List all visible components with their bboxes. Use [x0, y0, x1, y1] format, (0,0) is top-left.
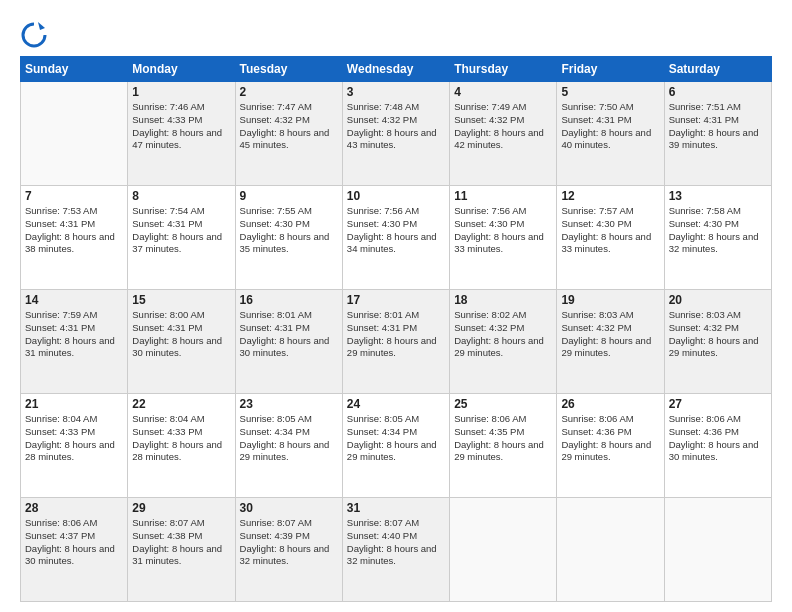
cell-content: Sunrise: 8:05 AM Sunset: 4:34 PM Dayligh…: [240, 413, 338, 464]
day-number: 23: [240, 397, 338, 411]
calendar-cell: 6Sunrise: 7:51 AM Sunset: 4:31 PM Daylig…: [664, 82, 771, 186]
calendar-cell: 14Sunrise: 7:59 AM Sunset: 4:31 PM Dayli…: [21, 290, 128, 394]
day-number: 5: [561, 85, 659, 99]
calendar-week-row: 28Sunrise: 8:06 AM Sunset: 4:37 PM Dayli…: [21, 498, 772, 602]
calendar-cell: 3Sunrise: 7:48 AM Sunset: 4:32 PM Daylig…: [342, 82, 449, 186]
cell-content: Sunrise: 8:06 AM Sunset: 4:36 PM Dayligh…: [561, 413, 659, 464]
cell-content: Sunrise: 7:56 AM Sunset: 4:30 PM Dayligh…: [347, 205, 445, 256]
cell-content: Sunrise: 8:01 AM Sunset: 4:31 PM Dayligh…: [240, 309, 338, 360]
cell-content: Sunrise: 7:54 AM Sunset: 4:31 PM Dayligh…: [132, 205, 230, 256]
day-number: 16: [240, 293, 338, 307]
cell-content: Sunrise: 8:04 AM Sunset: 4:33 PM Dayligh…: [132, 413, 230, 464]
cell-content: Sunrise: 8:04 AM Sunset: 4:33 PM Dayligh…: [25, 413, 123, 464]
cell-content: Sunrise: 8:01 AM Sunset: 4:31 PM Dayligh…: [347, 309, 445, 360]
weekday-header-wednesday: Wednesday: [342, 57, 449, 82]
cell-content: Sunrise: 8:03 AM Sunset: 4:32 PM Dayligh…: [669, 309, 767, 360]
weekday-header-row: SundayMondayTuesdayWednesdayThursdayFrid…: [21, 57, 772, 82]
calendar-cell: 9Sunrise: 7:55 AM Sunset: 4:30 PM Daylig…: [235, 186, 342, 290]
calendar-cell: 31Sunrise: 8:07 AM Sunset: 4:40 PM Dayli…: [342, 498, 449, 602]
day-number: 13: [669, 189, 767, 203]
day-number: 28: [25, 501, 123, 515]
day-number: 22: [132, 397, 230, 411]
cell-content: Sunrise: 8:07 AM Sunset: 4:40 PM Dayligh…: [347, 517, 445, 568]
day-number: 15: [132, 293, 230, 307]
calendar-week-row: 21Sunrise: 8:04 AM Sunset: 4:33 PM Dayli…: [21, 394, 772, 498]
calendar-cell: 11Sunrise: 7:56 AM Sunset: 4:30 PM Dayli…: [450, 186, 557, 290]
cell-content: Sunrise: 8:05 AM Sunset: 4:34 PM Dayligh…: [347, 413, 445, 464]
day-number: 10: [347, 189, 445, 203]
day-number: 29: [132, 501, 230, 515]
calendar-table: SundayMondayTuesdayWednesdayThursdayFrid…: [20, 56, 772, 602]
cell-content: Sunrise: 7:58 AM Sunset: 4:30 PM Dayligh…: [669, 205, 767, 256]
weekday-header-tuesday: Tuesday: [235, 57, 342, 82]
weekday-header-thursday: Thursday: [450, 57, 557, 82]
weekday-header-sunday: Sunday: [21, 57, 128, 82]
calendar-cell: 22Sunrise: 8:04 AM Sunset: 4:33 PM Dayli…: [128, 394, 235, 498]
day-number: 14: [25, 293, 123, 307]
logo: [20, 20, 52, 48]
cell-content: Sunrise: 7:59 AM Sunset: 4:31 PM Dayligh…: [25, 309, 123, 360]
cell-content: Sunrise: 8:03 AM Sunset: 4:32 PM Dayligh…: [561, 309, 659, 360]
header: [20, 16, 772, 48]
calendar-cell: [450, 498, 557, 602]
cell-content: Sunrise: 7:53 AM Sunset: 4:31 PM Dayligh…: [25, 205, 123, 256]
calendar-cell: 20Sunrise: 8:03 AM Sunset: 4:32 PM Dayli…: [664, 290, 771, 394]
cell-content: Sunrise: 7:55 AM Sunset: 4:30 PM Dayligh…: [240, 205, 338, 256]
day-number: 17: [347, 293, 445, 307]
day-number: 27: [669, 397, 767, 411]
cell-content: Sunrise: 8:07 AM Sunset: 4:38 PM Dayligh…: [132, 517, 230, 568]
cell-content: Sunrise: 8:02 AM Sunset: 4:32 PM Dayligh…: [454, 309, 552, 360]
day-number: 30: [240, 501, 338, 515]
day-number: 4: [454, 85, 552, 99]
day-number: 20: [669, 293, 767, 307]
calendar-cell: 24Sunrise: 8:05 AM Sunset: 4:34 PM Dayli…: [342, 394, 449, 498]
logo-icon: [20, 20, 48, 48]
calendar-cell: 25Sunrise: 8:06 AM Sunset: 4:35 PM Dayli…: [450, 394, 557, 498]
calendar-cell: 21Sunrise: 8:04 AM Sunset: 4:33 PM Dayli…: [21, 394, 128, 498]
calendar-cell: 13Sunrise: 7:58 AM Sunset: 4:30 PM Dayli…: [664, 186, 771, 290]
calendar-cell: 5Sunrise: 7:50 AM Sunset: 4:31 PM Daylig…: [557, 82, 664, 186]
page: SundayMondayTuesdayWednesdayThursdayFrid…: [0, 0, 792, 612]
cell-content: Sunrise: 7:49 AM Sunset: 4:32 PM Dayligh…: [454, 101, 552, 152]
day-number: 1: [132, 85, 230, 99]
calendar-cell: 30Sunrise: 8:07 AM Sunset: 4:39 PM Dayli…: [235, 498, 342, 602]
cell-content: Sunrise: 8:06 AM Sunset: 4:37 PM Dayligh…: [25, 517, 123, 568]
day-number: 11: [454, 189, 552, 203]
day-number: 8: [132, 189, 230, 203]
cell-content: Sunrise: 8:06 AM Sunset: 4:36 PM Dayligh…: [669, 413, 767, 464]
cell-content: Sunrise: 7:57 AM Sunset: 4:30 PM Dayligh…: [561, 205, 659, 256]
cell-content: Sunrise: 7:56 AM Sunset: 4:30 PM Dayligh…: [454, 205, 552, 256]
calendar-cell: 26Sunrise: 8:06 AM Sunset: 4:36 PM Dayli…: [557, 394, 664, 498]
calendar-cell: 10Sunrise: 7:56 AM Sunset: 4:30 PM Dayli…: [342, 186, 449, 290]
day-number: 31: [347, 501, 445, 515]
day-number: 12: [561, 189, 659, 203]
calendar-cell: [21, 82, 128, 186]
calendar-cell: 16Sunrise: 8:01 AM Sunset: 4:31 PM Dayli…: [235, 290, 342, 394]
calendar-week-row: 1Sunrise: 7:46 AM Sunset: 4:33 PM Daylig…: [21, 82, 772, 186]
calendar-cell: 2Sunrise: 7:47 AM Sunset: 4:32 PM Daylig…: [235, 82, 342, 186]
calendar-cell: 19Sunrise: 8:03 AM Sunset: 4:32 PM Dayli…: [557, 290, 664, 394]
calendar-cell: 28Sunrise: 8:06 AM Sunset: 4:37 PM Dayli…: [21, 498, 128, 602]
cell-content: Sunrise: 7:46 AM Sunset: 4:33 PM Dayligh…: [132, 101, 230, 152]
calendar-cell: 17Sunrise: 8:01 AM Sunset: 4:31 PM Dayli…: [342, 290, 449, 394]
calendar-cell: 7Sunrise: 7:53 AM Sunset: 4:31 PM Daylig…: [21, 186, 128, 290]
weekday-header-monday: Monday: [128, 57, 235, 82]
cell-content: Sunrise: 7:50 AM Sunset: 4:31 PM Dayligh…: [561, 101, 659, 152]
day-number: 9: [240, 189, 338, 203]
cell-content: Sunrise: 7:51 AM Sunset: 4:31 PM Dayligh…: [669, 101, 767, 152]
weekday-header-saturday: Saturday: [664, 57, 771, 82]
cell-content: Sunrise: 8:06 AM Sunset: 4:35 PM Dayligh…: [454, 413, 552, 464]
calendar-cell: 29Sunrise: 8:07 AM Sunset: 4:38 PM Dayli…: [128, 498, 235, 602]
day-number: 6: [669, 85, 767, 99]
calendar-cell: 27Sunrise: 8:06 AM Sunset: 4:36 PM Dayli…: [664, 394, 771, 498]
day-number: 3: [347, 85, 445, 99]
day-number: 18: [454, 293, 552, 307]
calendar-cell: 4Sunrise: 7:49 AM Sunset: 4:32 PM Daylig…: [450, 82, 557, 186]
calendar-cell: [664, 498, 771, 602]
cell-content: Sunrise: 7:48 AM Sunset: 4:32 PM Dayligh…: [347, 101, 445, 152]
calendar-cell: 8Sunrise: 7:54 AM Sunset: 4:31 PM Daylig…: [128, 186, 235, 290]
calendar-week-row: 7Sunrise: 7:53 AM Sunset: 4:31 PM Daylig…: [21, 186, 772, 290]
day-number: 19: [561, 293, 659, 307]
calendar-cell: 15Sunrise: 8:00 AM Sunset: 4:31 PM Dayli…: [128, 290, 235, 394]
weekday-header-friday: Friday: [557, 57, 664, 82]
